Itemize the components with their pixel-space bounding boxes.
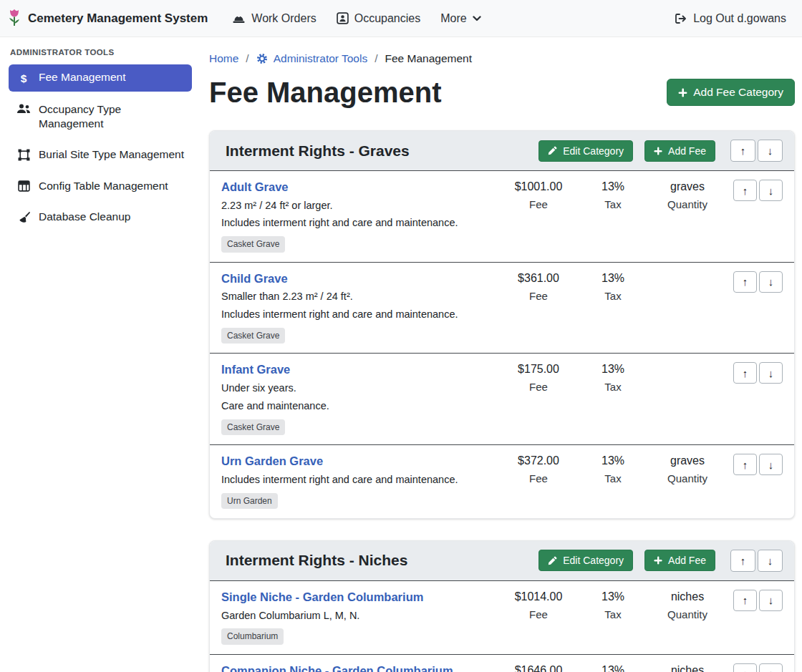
page-layout: ADMINISTRATOR TOOLS $ Fee Management Occ… xyxy=(0,37,802,672)
top-navbar: Cemetery Management System Work Orders O… xyxy=(0,0,802,37)
fee-quantity-col: niches Quantity xyxy=(649,663,725,672)
fee-amount-label: Fee xyxy=(501,290,576,302)
nav-work-orders-label: Work Orders xyxy=(251,12,316,25)
nav-more[interactable]: More xyxy=(440,12,480,25)
fee-description: Includes interment right and care and ma… xyxy=(221,216,501,230)
edit-category-button[interactable]: Edit Category xyxy=(538,550,633,571)
nav-work-orders[interactable]: Work Orders xyxy=(232,12,316,25)
app-title: Cemetery Management System xyxy=(28,11,208,26)
fee-info: Single Niche - Garden Columbarium Garden… xyxy=(221,590,501,645)
move-fee-down-button[interactable]: ↓ xyxy=(759,180,783,201)
fee-row: Single Niche - Garden Columbarium Garden… xyxy=(210,581,794,654)
fee-row: Infant Grave Under six years. Care and m… xyxy=(210,353,794,444)
table-icon xyxy=(16,179,32,192)
edit-category-label: Edit Category xyxy=(563,145,624,157)
chevron-down-icon xyxy=(473,16,481,21)
sidebar-item-fee-management[interactable]: $ Fee Management xyxy=(9,64,192,92)
add-fee-label: Add Fee xyxy=(668,145,706,157)
fee-amount: $175.00 xyxy=(501,363,576,376)
breadcrumb-admin-tools-link[interactable]: Administrator Tools xyxy=(256,52,368,65)
fee-amount-label: Fee xyxy=(501,608,576,620)
fee-name-link[interactable]: Child Grave xyxy=(221,271,288,286)
fee-name-link[interactable]: Urn Garden Grave xyxy=(221,454,323,469)
fee-name-link[interactable]: Single Niche - Garden Columbarium xyxy=(221,590,423,605)
fee-amount-col: $1001.00 Fee xyxy=(501,180,576,210)
breadcrumb-home-link[interactable]: Home xyxy=(209,52,238,65)
fee-category-card-niches: Interment Rights - Niches Edit Category xyxy=(209,540,795,672)
hard-hat-icon xyxy=(232,13,246,24)
move-category-down-button[interactable]: ↓ xyxy=(758,140,783,162)
plus-icon xyxy=(678,88,687,97)
fee-tax-col: 13% Tax xyxy=(576,180,649,210)
add-fee-button[interactable]: Add Fee xyxy=(644,550,715,571)
sidebar-item-database-cleanup[interactable]: Database Cleanup xyxy=(9,204,192,230)
move-fee-up-button[interactable]: ↑ xyxy=(733,362,757,384)
people-icon xyxy=(16,102,32,114)
fee-row: Child Grave Smaller than 2.23 m² / 24 ft… xyxy=(210,262,794,354)
app-brand: Cemetery Management System xyxy=(7,9,208,28)
sidebar-item-burial-site-type-management[interactable]: Burial Site Type Management xyxy=(9,142,192,167)
fee-description: 2.23 m² / 24 ft² or larger. xyxy=(221,199,501,213)
fee-info: Adult Grave 2.23 m² / 24 ft² or larger. … xyxy=(221,180,501,253)
fee-category-card-graves: Interment Rights - Graves Edit Category xyxy=(209,130,795,519)
fee-amount-label: Fee xyxy=(501,472,576,484)
plus-icon xyxy=(654,147,662,155)
fee-description: Garden Columbarium L, M, N. xyxy=(221,609,501,623)
fee-quantity-label: Quantity xyxy=(649,608,725,620)
fee-type-badge: Casket Grave xyxy=(221,419,285,435)
fee-name-link[interactable]: Adult Grave xyxy=(221,180,289,195)
logout-label: Log Out d.gowans xyxy=(693,12,786,25)
move-fee-up-button[interactable]: ↑ xyxy=(733,180,757,201)
move-fee-down-button[interactable]: ↓ xyxy=(759,271,783,293)
fee-quantity-col xyxy=(649,271,725,277)
fee-amount: $1001.00 xyxy=(501,180,576,193)
move-fee-up-button[interactable]: ↑ xyxy=(733,271,757,293)
edit-category-button[interactable]: Edit Category xyxy=(538,140,633,162)
move-fee-down-button[interactable]: ↓ xyxy=(759,362,783,384)
page-title: Fee Management xyxy=(209,76,442,109)
nav-occupancies[interactable]: Occupancies xyxy=(337,12,421,25)
fee-reorder-controls: ↑ ↓ xyxy=(725,590,783,611)
fee-reorder-controls: ↑ ↓ xyxy=(725,271,783,293)
fee-tax-col: 13% Tax xyxy=(576,362,649,393)
dollar-icon: $ xyxy=(16,70,32,86)
fee-tax-label: Tax xyxy=(576,381,649,393)
fee-row: Urn Garden Grave Includes interment righ… xyxy=(210,444,794,518)
add-fee-category-label: Add Fee Category xyxy=(693,86,783,99)
move-fee-down-button[interactable]: ↓ xyxy=(759,663,783,672)
add-fee-category-button[interactable]: Add Fee Category xyxy=(667,79,795,106)
move-fee-up-button[interactable]: ↑ xyxy=(733,663,757,672)
fee-name-link[interactable]: Infant Grave xyxy=(221,362,290,377)
fee-description: Care and maintenance. xyxy=(221,399,501,413)
move-fee-down-button[interactable]: ↓ xyxy=(759,590,783,611)
add-fee-button[interactable]: Add Fee xyxy=(644,140,715,162)
sidebar-item-label: Burial Site Type Management xyxy=(39,147,184,162)
move-category-up-button[interactable]: ↑ xyxy=(730,550,755,572)
page-header: Fee Management Add Fee Category xyxy=(209,76,795,109)
fee-description: Smaller than 2.23 m² / 24 ft². xyxy=(221,290,501,303)
fee-type-badge: Casket Grave xyxy=(221,236,285,252)
move-category-up-button[interactable]: ↑ xyxy=(730,140,755,162)
fee-tax: 13% xyxy=(576,180,649,193)
move-fee-up-button[interactable]: ↑ xyxy=(733,590,757,611)
move-fee-down-button[interactable]: ↓ xyxy=(759,454,783,475)
move-category-down-button[interactable]: ↓ xyxy=(758,550,783,572)
fee-name-link[interactable]: Companion Niche - Garden Columbarium xyxy=(221,663,453,672)
fee-info: Child Grave Smaller than 2.23 m² / 24 ft… xyxy=(221,271,501,344)
breadcrumb-separator: / xyxy=(375,52,377,65)
move-fee-up-button[interactable]: ↑ xyxy=(733,454,757,475)
sidebar-item-config-table-management[interactable]: Config Table Management xyxy=(9,173,192,199)
fee-row: Companion Niche - Garden Columbarium Gar… xyxy=(210,654,794,672)
fee-info: Companion Niche - Garden Columbarium Gar… xyxy=(221,663,501,672)
fee-amount: $361.00 xyxy=(501,272,576,285)
fee-quantity-col: graves Quantity xyxy=(649,454,725,484)
fee-tax-col: 13% Tax xyxy=(576,590,649,620)
fee-quantity-unit: niches xyxy=(649,590,725,603)
nav-more-label: More xyxy=(440,12,466,25)
broom-icon xyxy=(16,210,32,223)
sidebar-item-occupancy-type-management[interactable]: Occupancy Type Management xyxy=(9,97,192,137)
logout-link[interactable]: Log Out d.gowans xyxy=(675,12,786,25)
breadcrumb-separator: / xyxy=(246,52,248,65)
fee-info: Urn Garden Grave Includes interment righ… xyxy=(221,454,501,509)
fee-reorder-controls: ↑ ↓ xyxy=(725,180,783,201)
